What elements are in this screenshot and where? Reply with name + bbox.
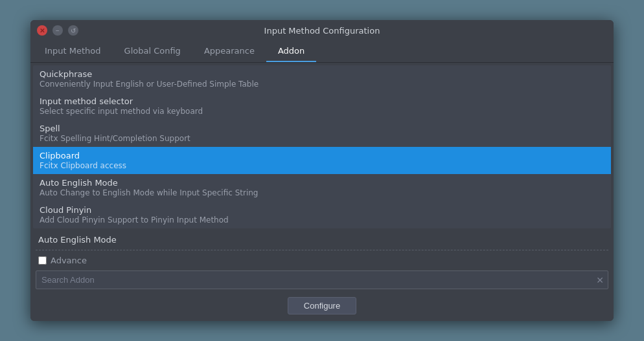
search-input[interactable] <box>39 271 595 289</box>
minimize-icon: − <box>56 27 60 34</box>
item-desc: Add Cloud Pinyin Support to Pinyin Input… <box>40 215 604 225</box>
item-name: Cloud Pinyin <box>40 205 604 215</box>
search-clear-icon[interactable]: ✕ <box>595 275 605 285</box>
search-row: ✕ <box>36 270 608 289</box>
close-button[interactable]: ✕ <box>37 25 47 36</box>
tab-appearance[interactable]: Appearance <box>192 41 266 62</box>
item-name: Spell <box>40 124 604 133</box>
main-window: ✕ − ↺ Input Method Configuration Input M… <box>30 20 614 321</box>
addon-list: Quickphrase Conveniently Input English o… <box>33 65 611 228</box>
item-desc: Conveniently Input English or User-Defin… <box>40 80 604 89</box>
window-title: Input Method Configuration <box>264 26 380 36</box>
button-row: Configure <box>36 293 608 317</box>
list-item[interactable]: Spell Fcitx Spelling Hint/Completion Sup… <box>33 120 611 147</box>
advance-row: Advance <box>36 254 608 267</box>
item-desc: Fcitx Clipboard access <box>40 161 604 170</box>
bottom-section: Auto English Mode Advance ✕ Configure <box>30 231 614 321</box>
configure-button[interactable]: Configure <box>288 297 356 314</box>
list-item[interactable]: Cloud Pinyin Add Cloud Pinyin Support to… <box>33 201 611 228</box>
tab-addon[interactable]: Addon <box>266 41 316 62</box>
list-item[interactable]: Input method selector Select specific in… <box>33 93 611 120</box>
selected-item-label: Auto English Mode <box>36 234 608 246</box>
tab-global-config[interactable]: Global Config <box>113 41 192 62</box>
item-name: Auto English Mode <box>40 178 604 188</box>
item-name: Input method selector <box>40 96 604 106</box>
advance-label: Advance <box>51 256 87 265</box>
addon-list-container: Quickphrase Conveniently Input English o… <box>33 65 611 228</box>
close-icon: ✕ <box>40 27 45 34</box>
item-name: Quickphrase <box>40 69 604 79</box>
item-desc: Fcitx Spelling Hint/Completion Support <box>40 134 604 143</box>
maximize-button[interactable]: ↺ <box>68 25 78 36</box>
tab-bar: Input Method Global Config Appearance Ad… <box>30 41 614 63</box>
minimize-button[interactable]: − <box>52 25 63 36</box>
item-name: Clipboard <box>40 151 604 160</box>
tab-input-method[interactable]: Input Method <box>33 41 113 62</box>
advance-checkbox[interactable] <box>38 256 47 265</box>
content-area: Quickphrase Conveniently Input English o… <box>30 63 614 321</box>
list-item[interactable]: Auto English Mode Auto Change to English… <box>33 174 611 201</box>
list-item[interactable]: Quickphrase Conveniently Input English o… <box>33 65 611 93</box>
separator <box>36 250 608 250</box>
item-desc: Select specific input method via keyboar… <box>40 107 604 116</box>
title-bar: ✕ − ↺ Input Method Configuration <box>30 20 614 41</box>
list-item-clipboard[interactable]: Clipboard Fcitx Clipboard access <box>33 147 611 174</box>
maximize-icon: ↺ <box>71 27 76 34</box>
item-desc: Auto Change to English Mode while Input … <box>40 188 604 197</box>
